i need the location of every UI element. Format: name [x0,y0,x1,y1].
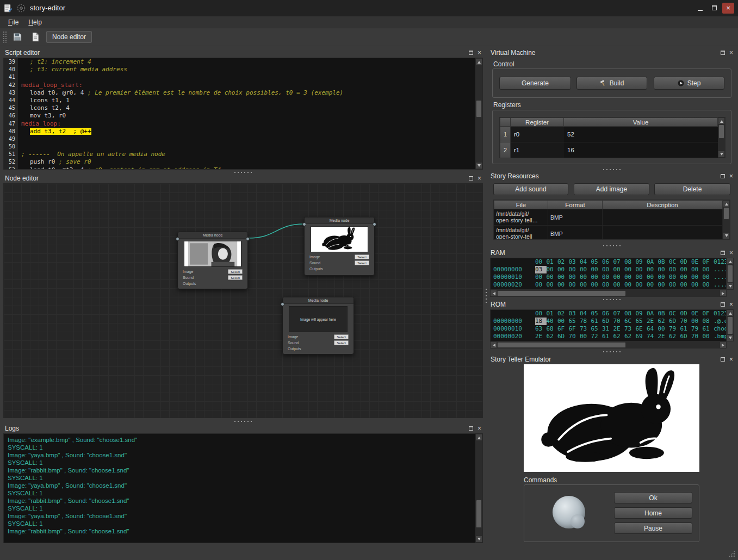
hex-byte[interactable]: 08 [703,318,714,325]
hex-byte[interactable]: 00 [647,281,658,289]
hex-byte[interactable]: 73 [624,325,636,333]
scrollbar-thumb[interactable] [727,316,733,334]
hex-byte[interactable]: 73 [580,325,591,333]
hex-byte[interactable]: 00 [703,281,714,289]
hex-byte[interactable]: 00 [703,273,714,281]
hex-byte[interactable]: 00 [636,266,647,273]
hex-byte[interactable]: 79 [691,325,703,333]
hex-byte[interactable]: 62 [658,318,669,325]
hex-byte[interactable]: 6C [624,318,636,325]
register-row[interactable]: 2r116 [500,142,718,158]
scrollbar-thumb[interactable] [723,207,729,220]
output-port[interactable] [246,237,250,241]
hex-byte[interactable]: 40 [547,318,558,325]
add-image-button[interactable]: Add image [574,183,649,195]
register-row[interactable]: 1r052 [500,127,718,142]
registers-table[interactable]: Register Value 1r0522r116 [499,117,725,158]
rom-panel-titlebar[interactable]: ROM × [488,300,736,309]
script-editor[interactable]: 39; t2: increment 440; t3: current media… [3,58,483,170]
hex-byte[interactable]: 00 [569,281,580,289]
format-column-header[interactable]: Format [548,200,603,209]
ram-vertical-scrollbar[interactable] [727,258,734,290]
code-text[interactable] [18,143,475,151]
hex-byte[interactable]: 00 [535,273,547,281]
hex-byte[interactable]: 00 [658,273,669,281]
resource-row[interactable]: /mnt/data/git/open-story-tell…BMP [494,209,723,226]
menu-help[interactable]: Help [23,17,47,27]
hex-byte[interactable]: 00 [680,281,692,289]
hex-byte[interactable]: 00 [680,273,692,281]
hex-byte[interactable]: 61 [602,333,613,340]
window-titlebar[interactable]: story-editor × [0,0,738,16]
hex-byte[interactable]: 00 [658,325,669,333]
control-knob[interactable] [553,496,585,528]
resources-vertical-scrollbar[interactable] [723,200,730,239]
hex-byte[interactable]: 00 [547,273,558,281]
hex-byte[interactable]: 00 [624,266,636,273]
hex-byte[interactable]: 00 [703,266,714,273]
input-port[interactable] [176,237,179,241]
hex-byte[interactable]: 00 [669,266,680,273]
hex-byte[interactable]: 6F [557,325,569,333]
hex-byte[interactable]: 69 [636,333,647,340]
scroll-right-button[interactable] [720,341,727,349]
node-editor-toggle-button[interactable]: Node editor [46,31,92,43]
description-column-header[interactable]: Description [603,200,723,209]
hex-byte[interactable]: 00 [557,281,569,289]
hex-byte[interactable]: 00 [658,266,669,273]
scroll-up-button[interactable] [727,258,734,265]
hex-byte[interactable]: 00 [703,333,714,340]
hex-byte[interactable]: 78 [580,318,591,325]
registers-vertical-scrollbar[interactable] [718,117,725,158]
hex-byte[interactable]: 70 [691,333,703,340]
hex-byte[interactable]: 00 [636,273,647,281]
hex-byte[interactable]: 62 [613,333,625,340]
hex-byte[interactable]: 00 [613,281,625,289]
ok-button[interactable]: Ok [614,492,692,503]
hex-byte[interactable]: 6D [680,333,692,340]
hex-byte[interactable]: 6D [557,333,569,340]
emulator-panel-titlebar[interactable]: Story Teller Emulator × [488,354,736,364]
script-editor-vertical-scrollbar[interactable] [475,58,482,169]
scroll-up-button[interactable] [475,58,482,65]
media-node-empty[interactable]: Media node Image will appear here ImageS… [282,297,354,354]
hex-byte[interactable]: 00 [691,281,703,289]
hex-byte[interactable]: 70 [680,318,692,325]
hex-byte[interactable]: 62 [547,333,558,340]
scroll-up-button[interactable] [727,309,734,316]
hex-byte[interactable]: 00 [580,281,591,289]
hex-byte[interactable]: 00 [647,266,658,273]
step-button[interactable]: Step [654,77,724,90]
hex-byte[interactable]: 00 [580,266,591,273]
hex-byte[interactable]: 00 [691,273,703,281]
code-text[interactable]: load t0, @r0, 4 ; Le premier élément est… [18,89,475,97]
hex-byte[interactable]: 6D [602,318,613,325]
hex-byte[interactable]: 00 [591,281,603,289]
pause-button[interactable]: Pause [614,522,692,534]
code-text[interactable]: ; ------ On appelle un autre media node [18,151,475,158]
hex-byte[interactable]: 70 [613,318,625,325]
hex-byte[interactable]: 00 [569,273,580,281]
hex-byte[interactable]: 00 [613,266,625,273]
hex-byte[interactable]: 00 [680,266,692,273]
hex-byte[interactable]: 00 [557,273,569,281]
float-panel-icon[interactable] [721,357,725,362]
hex-byte[interactable]: 00 [535,281,547,289]
hex-byte[interactable]: 62 [669,333,680,340]
hex-byte[interactable]: 00 [691,266,703,273]
rom-horizontal-scrollbar[interactable] [490,341,727,349]
hex-byte[interactable]: 00 [602,266,613,273]
hex-byte[interactable]: 79 [669,325,680,333]
ram-panel-titlebar[interactable]: RAM × [488,248,736,257]
scroll-down-button[interactable] [727,334,734,341]
delete-button[interactable]: Delete [654,183,730,195]
media-node-rabbit[interactable]: Media node ImageSelect SoundSelect Outpu… [304,217,375,276]
script-editor-panel-titlebar[interactable]: Script editor × [2,48,484,57]
hex-byte[interactable]: 61 [680,325,692,333]
scroll-up-button[interactable] [718,117,725,125]
hex-byte[interactable]: 00 [669,281,680,289]
hex-byte[interactable]: 6E [636,325,647,333]
code-text[interactable]: lcons t1, 1 [18,97,475,104]
menu-file[interactable]: File [3,17,23,27]
scroll-right-button[interactable] [720,290,727,297]
